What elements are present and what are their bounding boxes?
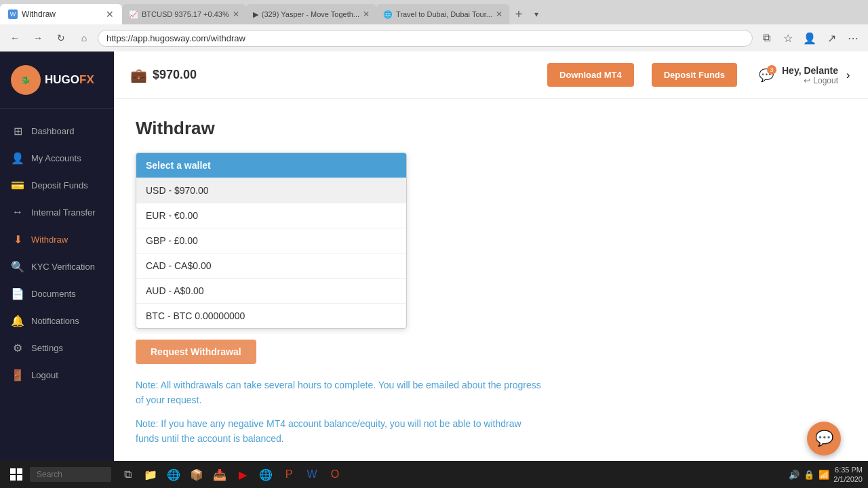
logout-icon: 🚪 bbox=[11, 368, 24, 382]
chat-icon: 💬 bbox=[815, 430, 833, 447]
sidebar-item-label: Deposit Funds bbox=[31, 180, 88, 190]
browser-toolbar: ← → ↻ ⌂ https://app.hugosway.com/withdra… bbox=[0, 24, 868, 52]
share-icon[interactable]: ↗ bbox=[822, 28, 841, 47]
taskbar-amazon[interactable]: 📦 bbox=[186, 464, 208, 485]
wallet-option-eur[interactable]: EUR - €0.00 bbox=[136, 203, 406, 228]
tab-close-btn[interactable]: ✕ bbox=[233, 9, 239, 19]
wallet-option-btc[interactable]: BTC - BTC 0.00000000 bbox=[136, 303, 406, 328]
tab-icon: 📈 bbox=[129, 10, 138, 19]
logout-link[interactable]: ↩ Logout bbox=[804, 76, 838, 85]
wallet-option-aud[interactable]: AUD - A$0.00 bbox=[136, 278, 406, 303]
sidebar-item-withdraw[interactable]: ⬇ Withdraw bbox=[0, 226, 114, 253]
reload-btn[interactable]: ↻ bbox=[52, 28, 71, 47]
logo-fx: FX bbox=[79, 73, 94, 86]
tab-close-btn[interactable]: ✕ bbox=[496, 9, 502, 19]
download-mt4-button[interactable]: Download MT4 bbox=[547, 63, 634, 87]
back-btn[interactable]: ← bbox=[5, 28, 24, 47]
sidebar-item-dashboard[interactable]: ⊞ Dashboard bbox=[0, 117, 114, 144]
user-greeting: Hey, Delante bbox=[782, 65, 838, 76]
taskbar-netflix[interactable]: ▶ bbox=[232, 464, 254, 485]
header-user: 💬 3 Hey, Delante ↩ Logout › bbox=[759, 65, 852, 85]
sidebar-item-kyc[interactable]: 🔍 KYC Verification bbox=[0, 253, 114, 280]
sidebar-item-documents[interactable]: 📄 Documents bbox=[0, 280, 114, 307]
inactive-tab-2[interactable]: ▶ (329) Yasper - Move Togeth... ✕ bbox=[246, 4, 376, 24]
bookmark-icon[interactable]: ☆ bbox=[778, 28, 797, 47]
sidebar-item-notifications[interactable]: 🔔 Notifications bbox=[0, 307, 114, 334]
logo-avatar: 🐉 bbox=[11, 65, 41, 95]
sidebar-item-logout[interactable]: 🚪 Logout bbox=[0, 361, 114, 388]
logout-label: Logout bbox=[813, 76, 838, 85]
notifications-icon: 🔔 bbox=[11, 314, 24, 327]
sidebar-item-label: Logout bbox=[31, 370, 58, 380]
taskbar-browser[interactable]: 🌐 bbox=[255, 464, 277, 485]
taskbar-search-input[interactable] bbox=[30, 467, 111, 482]
start-button[interactable] bbox=[5, 464, 27, 485]
wallet-option-usd[interactable]: USD - $970.00 bbox=[136, 178, 406, 203]
taskbar-office[interactable]: O bbox=[324, 464, 346, 485]
tab-label: Travel to Dubai, Dubai Tour... bbox=[396, 10, 492, 18]
tab-list-btn[interactable]: ▾ bbox=[528, 6, 545, 22]
taskbar-ie[interactable]: 🌐 bbox=[163, 464, 184, 485]
taskbar-task-view[interactable]: ⧉ bbox=[117, 464, 138, 485]
withdraw-icon: ⬇ bbox=[11, 232, 24, 246]
chat-button[interactable]: 💬 bbox=[807, 422, 841, 455]
wallet-dropdown-header[interactable]: Select a wallet bbox=[136, 153, 406, 178]
wallet-option-gbp[interactable]: GBP - £0.00 bbox=[136, 228, 406, 253]
logo-name: HUGOFX bbox=[45, 73, 94, 87]
inactive-tab-3[interactable]: 🌐 Travel to Dubai, Dubai Tour... ✕ bbox=[376, 4, 509, 24]
sidebar-item-settings[interactable]: ⚙ Settings bbox=[0, 334, 114, 361]
taskbar-dropbox[interactable]: 📥 bbox=[209, 464, 231, 485]
tray-icon-1: 🔊 bbox=[789, 470, 800, 480]
taskbar-app-icons: ⧉ 📁 🌐 📦 📥 ▶ 🌐 P W O bbox=[117, 464, 346, 485]
page-content: Withdraw Select a wallet USD - $970.00 E… bbox=[114, 99, 868, 488]
kyc-icon: 🔍 bbox=[11, 260, 24, 273]
deposit-funds-button[interactable]: Deposit Funds bbox=[652, 63, 737, 87]
page-title: Withdraw bbox=[136, 118, 846, 139]
active-tab[interactable]: W Withdraw ✕ bbox=[0, 4, 122, 24]
extensions-icon[interactable]: ⧉ bbox=[757, 28, 776, 47]
inactive-tab-1[interactable]: 📈 BTCUSD 9375.17 +0.43% ✕ bbox=[122, 4, 246, 24]
taskbar-date-display: 2/1/2020 bbox=[833, 474, 863, 484]
sidebar-item-label: My Accounts bbox=[31, 153, 81, 163]
wallet-dropdown[interactable]: Select a wallet USD - $970.00 EUR - €0.0… bbox=[136, 152, 407, 329]
sidebar-item-deposit-funds[interactable]: 💳 Deposit Funds bbox=[0, 171, 114, 199]
tray-icon-3: 📶 bbox=[818, 470, 829, 480]
svg-rect-2 bbox=[10, 475, 16, 481]
profile-icon[interactable]: 👤 bbox=[800, 28, 819, 47]
sidebar-item-label: Documents bbox=[31, 289, 76, 299]
svg-rect-0 bbox=[10, 468, 16, 474]
taskbar-clock: 6:35 PM 2/1/2020 bbox=[833, 465, 863, 485]
sidebar-item-label: Withdraw bbox=[31, 235, 68, 245]
menu-icon[interactable]: ⋯ bbox=[844, 28, 863, 47]
address-bar[interactable]: https://app.hugosway.com/withdraw bbox=[98, 30, 753, 47]
taskbar-powerpoint[interactable]: P bbox=[278, 464, 300, 485]
taskbar-tray: 🔊 🔒 📶 6:35 PM 2/1/2020 bbox=[789, 465, 863, 485]
user-info: Hey, Delante ↩ Logout bbox=[782, 65, 838, 85]
wallet-option-cad[interactable]: CAD - CA$0.00 bbox=[136, 253, 406, 278]
sidebar-item-label: KYC Verification bbox=[31, 262, 95, 272]
main-content: 💼 $970.00 Download MT4 Deposit Funds 💬 3… bbox=[114, 52, 868, 488]
wallet-display: 💼 $970.00 bbox=[130, 67, 197, 83]
notification-badge: 3 bbox=[767, 65, 776, 75]
sidebar-item-label: Dashboard bbox=[31, 126, 75, 136]
sidebar-item-my-accounts[interactable]: 👤 My Accounts bbox=[0, 144, 114, 171]
sidebar-logo: 🐉 HUGOFX bbox=[0, 52, 114, 109]
notifications-bell[interactable]: 💬 3 bbox=[759, 68, 774, 83]
tab-label: Withdraw bbox=[22, 9, 56, 19]
home-btn[interactable]: ⌂ bbox=[75, 28, 94, 47]
request-withdrawal-button[interactable]: Request Withdrawal bbox=[136, 340, 256, 364]
new-tab-btn[interactable]: + bbox=[509, 5, 528, 24]
browser-tabs: W Withdraw ✕ 📈 BTCUSD 9375.17 +0.43% ✕ ▶… bbox=[0, 0, 868, 24]
taskbar-word[interactable]: W bbox=[301, 464, 323, 485]
forward-btn[interactable]: → bbox=[28, 28, 47, 47]
logo-hugo: HUGO bbox=[45, 73, 79, 86]
tab-favicon: W bbox=[8, 9, 18, 19]
tab-close-btn[interactable]: ✕ bbox=[106, 9, 114, 20]
wallet-dropdown-container: Select a wallet USD - $970.00 EUR - €0.0… bbox=[136, 152, 407, 329]
tab-close-btn[interactable]: ✕ bbox=[363, 9, 370, 19]
taskbar-file-explorer[interactable]: 📁 bbox=[140, 464, 161, 485]
settings-icon: ⚙ bbox=[11, 341, 24, 354]
wallet-amount: $970.00 bbox=[153, 68, 197, 82]
sidebar-item-internal-transfer[interactable]: ↔ Internal Transfer bbox=[0, 199, 114, 226]
sidebar-item-label: Notifications bbox=[31, 316, 79, 326]
